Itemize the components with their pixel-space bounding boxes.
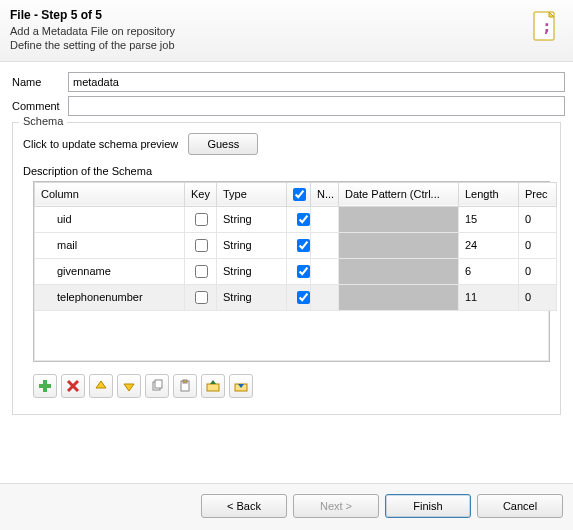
back-button[interactable]: < Back — [201, 494, 287, 518]
cell-prec: 0 — [519, 258, 557, 284]
import-button[interactable] — [201, 374, 225, 398]
delete-row-button[interactable] — [61, 374, 85, 398]
th-null[interactable]: N... — [311, 182, 339, 206]
add-row-button[interactable] — [33, 374, 57, 398]
cell-prec: 0 — [519, 206, 557, 232]
cell-key[interactable] — [185, 258, 217, 284]
table-row[interactable]: mail String 24 0 — [35, 232, 557, 258]
cell-datepattern[interactable] — [339, 284, 459, 310]
table-row[interactable]: givenname String 6 0 — [35, 258, 557, 284]
cell-datepattern[interactable] — [339, 258, 459, 284]
name-label: Name — [8, 76, 68, 88]
cell-null[interactable] — [287, 284, 311, 310]
svg-marker-7 — [96, 381, 106, 388]
guess-button[interactable]: Guess — [188, 133, 258, 155]
cell-key[interactable] — [185, 206, 217, 232]
banner: File - Step 5 of 5 Add a Metadata File o… — [0, 0, 573, 62]
cell-length: 6 — [459, 258, 519, 284]
wizard-subtitle-2: Define the setting of the parse job — [10, 38, 175, 52]
svg-text:;: ; — [542, 17, 552, 36]
comment-label: Comment — [8, 100, 68, 112]
cell-length: 15 — [459, 206, 519, 232]
svg-rect-12 — [183, 380, 187, 383]
th-null-header-checkbox[interactable] — [287, 182, 311, 206]
comment-input[interactable] — [68, 96, 565, 116]
paste-button[interactable] — [173, 374, 197, 398]
cancel-button[interactable]: Cancel — [477, 494, 563, 518]
cell-length: 24 — [459, 232, 519, 258]
cell-null[interactable] — [287, 258, 311, 284]
th-prec[interactable]: Prec — [519, 182, 557, 206]
name-input[interactable] — [68, 72, 565, 92]
copy-button[interactable] — [145, 374, 169, 398]
svg-rect-10 — [155, 380, 162, 388]
cell-prec: 0 — [519, 232, 557, 258]
svg-rect-4 — [39, 384, 51, 388]
svg-rect-13 — [207, 384, 219, 391]
cell-type: String — [217, 258, 287, 284]
cell-datepattern[interactable] — [339, 206, 459, 232]
cell-type: String — [217, 284, 287, 310]
cell-column: givenname — [35, 258, 185, 284]
wizard-footer: < Back Next > Finish Cancel — [0, 483, 573, 530]
guess-label: Click to update schema preview — [23, 138, 178, 150]
cell-datepattern[interactable] — [339, 232, 459, 258]
th-type[interactable]: Type — [217, 182, 287, 206]
wizard-subtitle-1: Add a Metadata File on repository — [10, 24, 175, 38]
schema-desc-label: Description of the Schema — [23, 165, 550, 177]
table-row[interactable]: telephonenumber String 11 0 — [35, 284, 557, 310]
next-button: Next > — [293, 494, 379, 518]
cell-type: String — [217, 232, 287, 258]
th-key[interactable]: Key — [185, 182, 217, 206]
cell-length: 11 — [459, 284, 519, 310]
cell-key[interactable] — [185, 284, 217, 310]
cell-type: String — [217, 206, 287, 232]
cell-column: telephonenumber — [35, 284, 185, 310]
export-button[interactable] — [229, 374, 253, 398]
move-down-button[interactable] — [117, 374, 141, 398]
wizard-title: File - Step 5 of 5 — [10, 8, 175, 22]
th-length[interactable]: Length — [459, 182, 519, 206]
schema-legend: Schema — [19, 115, 67, 127]
move-up-button[interactable] — [89, 374, 113, 398]
th-datepat[interactable]: Date Pattern (Ctrl... — [339, 182, 459, 206]
svg-marker-14 — [210, 380, 216, 384]
schema-table[interactable]: Column Key Type N... Date Pattern (Ctrl.… — [33, 181, 550, 362]
finish-button[interactable]: Finish — [385, 494, 471, 518]
cell-column: mail — [35, 232, 185, 258]
file-metadata-icon: ; — [529, 10, 561, 42]
schema-group: Schema Click to update schema preview Gu… — [12, 122, 561, 415]
table-row[interactable]: uid String 15 0 — [35, 206, 557, 232]
cell-prec: 0 — [519, 284, 557, 310]
th-column[interactable]: Column — [35, 182, 185, 206]
schema-toolbar — [33, 374, 550, 398]
cell-key[interactable] — [185, 232, 217, 258]
table-empty-area — [34, 311, 549, 361]
cell-column: uid — [35, 206, 185, 232]
svg-marker-8 — [124, 384, 134, 391]
cell-null[interactable] — [287, 232, 311, 258]
cell-null[interactable] — [287, 206, 311, 232]
